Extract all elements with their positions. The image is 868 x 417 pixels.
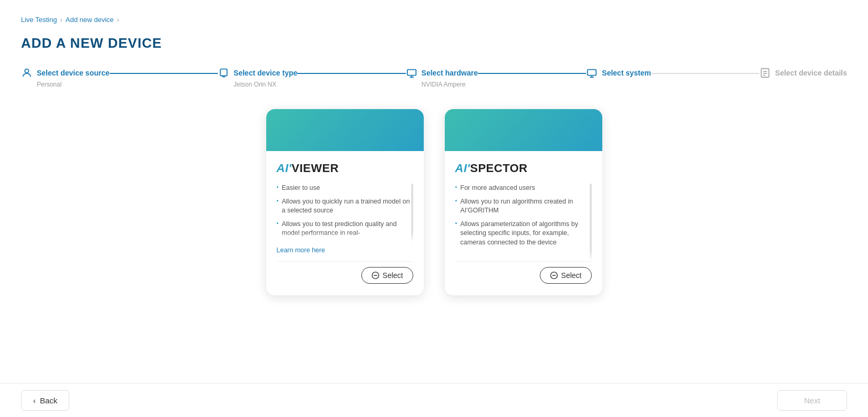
step-source-label: Select device source [37, 69, 110, 77]
step-line-2 [297, 73, 405, 74]
step-type-label: Select device type [234, 69, 297, 77]
spector-select-label: Select [561, 271, 582, 280]
back-chevron-icon: ‹ [33, 396, 36, 405]
back-button[interactable]: ‹ Back [21, 390, 69, 411]
step-line-3 [478, 73, 586, 74]
step-source-sub: Personal [37, 81, 61, 88]
viewer-select-icon [371, 271, 380, 280]
bottom-bar: ‹ Back Next [0, 383, 868, 417]
svg-rect-1 [220, 69, 227, 76]
viewer-ai-prefix: AI' [277, 162, 292, 175]
details-icon [759, 67, 771, 79]
card-spector-header [445, 109, 602, 151]
spector-select-icon [550, 271, 558, 280]
card-viewer: AI'VIEWER Easier to use Allows you to qu… [266, 109, 424, 295]
step-type-sub: Jetson Orin NX [234, 81, 276, 88]
page-title: ADD A NEW DEVICE [21, 35, 847, 51]
viewer-feature-2: Allows you to quickly run a trained mode… [277, 197, 413, 216]
viewer-title-main: VIEWER [291, 162, 339, 175]
card-spector-title: AI'SPECTOR [455, 162, 592, 175]
viewer-feature-3: Allows you to test prediction quality an… [277, 220, 413, 238]
step-source: Select device source Personal [21, 67, 110, 88]
viewer-select-label: Select [383, 271, 403, 280]
step-line-4 [651, 73, 759, 74]
system-icon [586, 67, 598, 79]
step-system-label: Select system [602, 69, 651, 77]
viewer-footer: Select [277, 261, 413, 287]
svg-point-0 [25, 69, 28, 73]
card-spector: AI'SPECTOR For more advanced users Allow… [445, 109, 602, 295]
card-viewer-body: AI'VIEWER Easier to use Allows you to qu… [266, 151, 424, 295]
svg-rect-3 [588, 70, 597, 76]
breadcrumb-add-device[interactable]: Add new device [66, 16, 114, 24]
spector-feature-2: Allows you to run algorithms created in … [455, 197, 592, 216]
breadcrumb-sep-2: › [117, 16, 119, 24]
card-viewer-header [266, 109, 424, 151]
page-wrapper: Live Testing › Add new device › ADD A NE… [0, 0, 868, 417]
spector-title-main: SPECTOR [470, 162, 527, 175]
spector-feature-3: Allows parameterization of algorithms by… [455, 220, 592, 248]
breadcrumb-live-testing[interactable]: Live Testing [21, 16, 57, 24]
step-details: Select device details [759, 67, 847, 79]
viewer-learn-more-link[interactable]: Learn more here [277, 247, 413, 254]
spector-features-list: For more advanced users Allows you to ru… [455, 184, 592, 261]
cards-container: AI'VIEWER Easier to use Allows you to qu… [21, 109, 847, 295]
person-icon [21, 67, 33, 79]
spector-feature-1: For more advanced users [455, 184, 592, 193]
step-type: Select device type Jetson Orin NX [218, 67, 297, 88]
breadcrumb: Live Testing › Add new device › [21, 16, 847, 24]
step-line-1 [110, 73, 218, 74]
step-hardware: Select hardware NVIDIA Ampere [406, 67, 478, 88]
back-label: Back [40, 396, 57, 405]
card-viewer-title: AI'VIEWER [277, 162, 413, 175]
step-details-label: Select device details [775, 69, 847, 77]
svg-rect-2 [407, 70, 416, 76]
next-button[interactable]: Next [777, 390, 847, 411]
viewer-feature-1: Easier to use [277, 184, 413, 193]
step-hardware-label: Select hardware [422, 69, 478, 77]
spector-ai-prefix: AI' [455, 162, 470, 175]
viewer-features-list: Easier to use Allows you to quickly run … [277, 184, 413, 242]
next-label: Next [804, 396, 820, 405]
stepper: Select device source Personal Select dev… [21, 67, 847, 88]
viewer-select-button[interactable]: Select [361, 267, 413, 284]
step-hardware-sub: NVIDIA Ampere [422, 81, 466, 88]
spector-select-button[interactable]: Select [540, 267, 592, 284]
spector-footer: Select [455, 261, 592, 287]
hardware-icon [406, 67, 417, 79]
breadcrumb-sep-1: › [60, 16, 62, 24]
viewer-scrollbar [411, 184, 413, 242]
spector-scrollbar [590, 184, 592, 261]
device-type-icon [218, 67, 229, 79]
card-spector-body: AI'SPECTOR For more advanced users Allow… [445, 151, 602, 295]
step-system: Select system [586, 67, 651, 81]
